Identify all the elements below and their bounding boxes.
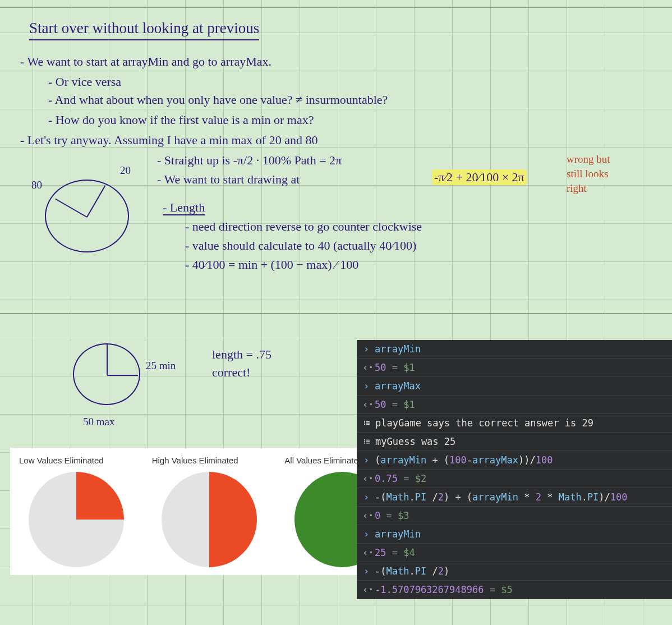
page-mid-divider — [0, 313, 672, 314]
note-line: - need direction reverse to go counter c… — [185, 219, 422, 235]
pie-column: Low Values Eliminated — [12, 456, 141, 567]
pie-title: High Values Eliminated — [152, 456, 238, 465]
side-comment: still looks — [567, 167, 608, 181]
chevron-out-icon: ‹· — [362, 547, 370, 558]
console-row: ›-(Math.PI /2) — [357, 562, 672, 581]
radius-line — [86, 185, 105, 217]
pie-chart-low — [29, 472, 124, 567]
note-length-text: - Length — [163, 200, 205, 215]
chevron-in-icon: › — [362, 343, 370, 355]
devtools-console[interactable]: ›arrayMin‹·50 = $1›arrayMax‹·50 = $1⁝≡pl… — [357, 340, 672, 599]
chevron-out-icon: ‹· — [362, 473, 370, 484]
side-comment: right — [567, 182, 587, 195]
chevron-in-icon: › — [362, 380, 370, 392]
radius-line — [107, 344, 108, 375]
console-row: ‹·-1.5707963267948966 = $5 — [357, 581, 672, 599]
note-line: - value should calculate to 40 (actually… — [185, 238, 416, 254]
chevron-in-icon: › — [362, 529, 370, 540]
sketch2-label-max: 50 max — [83, 415, 114, 429]
chevron-in-icon: › — [362, 454, 370, 466]
chevron-in-icon: › — [362, 566, 370, 577]
note-line: - And what about when you only have one … — [48, 92, 388, 108]
console-row: ‹·50 = $1 — [357, 359, 672, 377]
sketch2-correct: correct! — [212, 365, 250, 380]
pie-chart-high — [162, 472, 257, 567]
note-line: - We want to start drawing at — [157, 172, 300, 187]
pie-sketch-1 — [45, 180, 129, 252]
console-text: arrayMin — [375, 529, 421, 540]
pie-title: Low Values Eliminated — [19, 456, 104, 465]
sketch1-label-80: 80 — [31, 178, 42, 192]
note-line: - How do you know if the first value is … — [48, 112, 314, 128]
console-text: myGuess was 25 — [375, 436, 455, 447]
console-row: ›arrayMin — [357, 340, 672, 359]
chevron-in-icon: › — [362, 491, 370, 503]
note-formula-highlight: -π⁄2 + 20⁄100 × 2π — [432, 169, 527, 185]
sketch1-label-20: 20 — [120, 164, 131, 177]
console-row: ⁝≡playGame says the correct answer is 29 — [357, 414, 672, 433]
console-text: 25 = $4 — [375, 547, 415, 558]
console-text: (arrayMin + (100-arrayMax))/100 — [375, 454, 553, 466]
console-text: -1.5707963267948966 = $5 — [375, 584, 513, 595]
pie-title: All Values Eliminated — [284, 456, 363, 465]
note-line: - Or vice versa — [48, 74, 121, 90]
radius-line — [55, 199, 87, 218]
console-text: -(Math.PI /2) — [375, 566, 449, 577]
notes-title: Start over without looking at previous — [29, 19, 259, 40]
console-row: ›-(Math.PI /2) + (arrayMin * 2 * Math.PI… — [357, 488, 672, 507]
console-text: playGame says the correct answer is 29 — [375, 417, 593, 429]
console-text: 0.75 = $2 — [375, 473, 426, 484]
console-row: ‹·50 = $1 — [357, 396, 672, 414]
console-row: ‹·0.75 = $2 — [357, 470, 672, 488]
pie-sketch-2 — [73, 343, 140, 405]
console-text: 50 = $1 — [375, 399, 415, 410]
radius-line — [107, 375, 138, 376]
side-comment: wrong but — [567, 153, 610, 166]
sketch2-length: length = .75 — [212, 347, 271, 362]
page-top-divider — [0, 7, 672, 8]
pie-charts-panel: Low Values Eliminated High Values Elimin… — [10, 448, 408, 575]
sketch2-label-min: 25 min — [146, 359, 176, 373]
console-text: 50 = $1 — [375, 362, 415, 373]
chevron-out-icon: ‹· — [362, 584, 370, 595]
note-line: - Straight up is -π/2 · 100% Path = 2π — [157, 153, 342, 168]
note-line: - We want to start at arrayMin and go to… — [20, 54, 271, 70]
chevron-out-icon: ‹· — [362, 362, 370, 373]
console-text: arrayMax — [375, 380, 421, 392]
console-row: ⁝≡myGuess was 25 — [357, 433, 672, 451]
info-icon: ⁝≡ — [362, 419, 371, 428]
console-row: ‹·0 = $3 — [357, 507, 672, 525]
console-text: -(Math.PI /2) + (arrayMin * 2 * Math.PI)… — [375, 491, 628, 503]
console-row: ›(arrayMin + (100-arrayMax))/100 — [357, 451, 672, 470]
console-row: ›arrayMin — [357, 525, 672, 544]
console-row: ‹·25 = $4 — [357, 544, 672, 562]
note-line: - 40⁄100 = min + (100 − max) ⁄ 100 — [185, 257, 358, 273]
chevron-out-icon: ‹· — [362, 510, 370, 521]
console-row: ›arrayMax — [357, 377, 672, 396]
console-text: arrayMin — [375, 343, 421, 355]
info-icon: ⁝≡ — [362, 438, 371, 446]
note-line: - Let's try anyway. Assuming I have a mi… — [20, 132, 317, 148]
note-length-heading: - Length — [163, 200, 205, 215]
console-text: 0 = $3 — [375, 510, 409, 521]
pie-column: High Values Eliminated — [145, 456, 274, 567]
chevron-out-icon: ‹· — [362, 399, 370, 410]
